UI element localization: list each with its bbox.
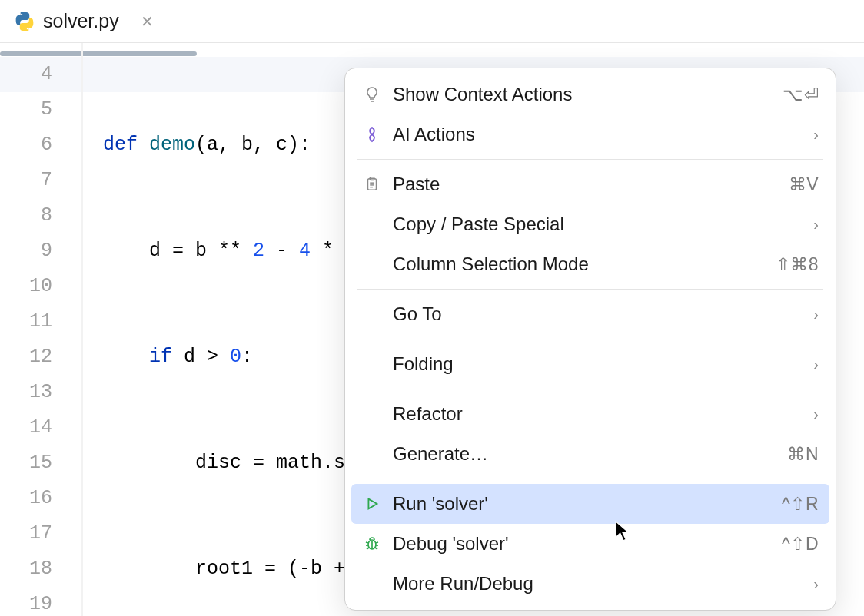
chevron-right-icon: › [813,306,819,323]
menu-debug[interactable]: Debug 'solver' ^⇧D [345,524,836,564]
lightbulb-icon [357,85,387,104]
menu-generate[interactable]: Generate… ⌘N [345,434,836,474]
chevron-right-icon: › [813,575,819,593]
tab-filename: solver.py [43,10,119,32]
context-menu: Show Context Actions ⌥⏎ AI Actions › Pas… [344,68,836,611]
bug-icon [357,535,387,553]
chevron-right-icon: › [813,216,819,233]
play-icon [357,495,387,512]
close-tab-icon[interactable]: ✕ [141,12,154,31]
menu-paste[interactable]: Paste ⌘V [345,164,836,204]
menu-column-selection[interactable]: Column Selection Mode ⇧⌘8 [345,244,836,284]
menu-separator [357,289,823,290]
menu-refactor[interactable]: Refactor › [345,394,836,434]
line-number-gutter: 456 789 101112 131415 161718 19 [0,43,83,616]
chevron-right-icon: › [813,356,819,373]
menu-goto[interactable]: Go To › [345,294,836,334]
menu-run[interactable]: Run 'solver' ^⇧R [351,484,829,524]
menu-separator [357,159,823,160]
menu-folding[interactable]: Folding › [345,344,836,384]
menu-separator [357,389,823,389]
file-tab[interactable]: solver.py ✕ [0,0,171,42]
svg-line-8 [376,542,378,543]
menu-separator [357,479,823,479]
chevron-right-icon: › [813,126,819,144]
svg-line-12 [375,548,377,549]
python-file-icon [14,11,35,32]
menu-separator [357,339,823,339]
ai-icon [357,125,387,144]
svg-line-7 [366,542,368,543]
menu-more-run-debug[interactable]: More Run/Debug › [345,564,836,604]
svg-marker-5 [368,499,377,509]
menu-ai-actions[interactable]: AI Actions › [345,114,836,154]
svg-line-11 [367,548,369,549]
menu-context-actions[interactable]: Show Context Actions ⌥⏎ [345,75,836,114]
menu-copy-paste-special[interactable]: Copy / Paste Special › [345,204,836,244]
chevron-right-icon: › [813,406,819,423]
clipboard-icon [357,176,387,193]
tab-bar: solver.py ✕ [0,0,864,43]
